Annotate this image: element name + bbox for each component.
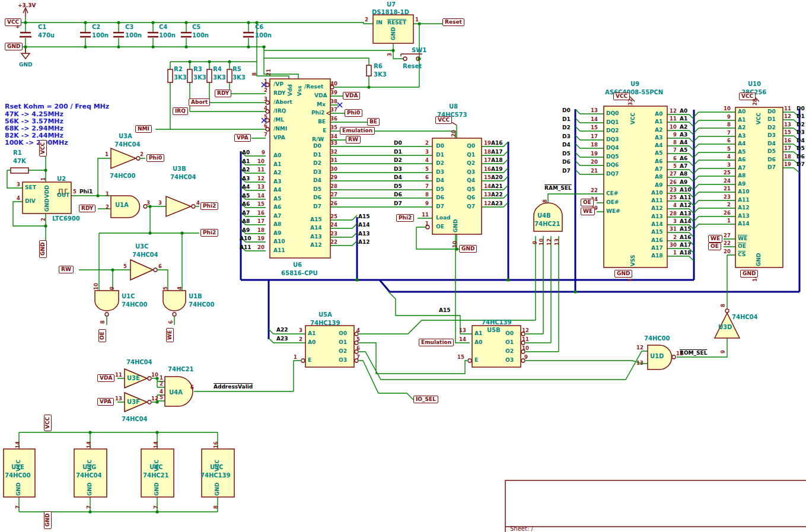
u10-rom-text: 13 [784,122,791,128]
power-units-text: GND [15,483,22,496]
u9-ram-net-flag: GND [614,270,632,278]
u6-cpu-text: 30 [330,166,337,173]
u9-ram-text: A16 [651,237,663,244]
rw-gates-text: U3C [135,243,148,250]
rom-sel-gates-text: 13 [636,360,643,367]
power-units-text: 16 [213,441,219,448]
u6-cpu-text: 19 [257,235,265,242]
u6-cpu-text: A11 [273,247,285,254]
u9-ram-text: A2 [680,124,687,130]
u6-cpu-text: A3 [273,179,281,185]
clock-generator-text: 4 [17,195,20,202]
u5b-decoder-text: O0 [505,330,514,337]
u6-cpu-text: A1 [273,161,281,168]
u9-ram-text: DQ0 [606,110,619,117]
u6-cpu-text: Vdd [287,84,294,96]
reset-circuit-text: IN [376,20,383,26]
u5a-decoder-text: O3 [339,357,347,364]
u10-rom-text: A2 [738,125,746,131]
u10-rom-text: D6 [767,157,776,163]
u10-rom-text: D7 [797,161,805,168]
u5a-decoder-text: E [308,357,311,364]
u10-rom-text: D2 [767,125,776,131]
u10-rom-text: A10 [738,189,750,195]
power-rails-text: + [15,24,20,30]
u8-latch-text: 16 [484,166,491,173]
u8-latch-text: 8 [425,192,429,198]
u5b-decoder-text: 74HC139 [482,319,512,326]
u9-ram-text: 5 [673,163,677,170]
u9-ram-text: DQ7 [606,171,619,177]
u6-cpu-text: 27 [330,192,337,198]
power-rails-text: C5 [192,24,200,30]
u6-cpu-text: A10 [240,235,251,242]
clock-generator-text: VDD [44,185,50,198]
u6-cpu-text: A0 [242,149,250,156]
u6-cpu-text: 25 [330,214,337,220]
u6-cpu-text: 65816-CPU [281,270,318,276]
u9-ram-text: WE# [606,208,620,215]
rw-gates-text: 9 [109,286,116,290]
u4b-ram-sel-text: RAM_SEL [544,185,572,192]
u6-cpu-text: /NMI [273,126,287,132]
u5a-decoder-text: 3 [299,327,302,334]
u9-ram-text: A15 [680,226,692,232]
u10-rom-text: GND [756,253,762,266]
u10-rom-text: 12 [784,113,791,120]
reset-circuit-text: GND [390,27,397,40]
u8-latch-net-flag: GND [459,245,477,253]
u8-latch-text: Q4 [467,177,475,184]
reset-circuit-net-flag: Reset [442,18,464,26]
u10-rom-text: D4 [767,141,776,147]
u6-cpu-text: R/W [312,136,324,143]
u6-cpu-text: /ML [273,117,284,123]
u10-rom-text: A4 [738,141,746,147]
u4b-ram-sel-text: 74HC21 [534,221,560,227]
power-units-text: 7 [86,505,93,509]
u5b-decoder-text: A1 [474,330,482,337]
freq-notes-text: 82K -> 2.44MHz [5,132,63,139]
u9-ram-text: 7 [673,147,677,154]
u5b-decoder-text: 11 [522,336,529,343]
rw-gates-text: 6 [158,263,162,270]
u8-latch-text: A22 [491,192,503,198]
u9-ram-text: D4 [562,142,571,148]
u6-cpu-text: A13 [358,231,370,237]
u8-latch-text: 7 [425,183,429,190]
u10-rom-net-flag: WE [708,235,722,243]
u8-latch-net-flag: VCC [435,116,452,124]
pullup-resistors-text: R3 [193,66,202,72]
reset-circuit-text: 3 [387,53,393,56]
power-units-net-flag: VCC [44,415,52,431]
clock-gates-net-flag: Phi2 [200,229,218,237]
u5a-decoder-text: U5A [318,311,332,318]
power-rails-text: GND [19,62,32,68]
clock-gates-net-flag: RDY [79,205,95,212]
u10-rom-text: 18 [784,154,791,160]
power-units-text: 14 [15,441,21,448]
u6-cpu-text: A14 [358,222,370,228]
u6-cpu-text: A9 [242,227,250,234]
u5a-decoder-text: A0 [308,339,316,346]
u6-cpu-text: A1 [242,158,250,165]
cpu-right-flags-text: D0 [394,140,402,146]
u8-latch-text: 9 [425,200,429,207]
address-valid-text: 74HC04 [126,359,152,365]
u8-latch-text: 12 [484,200,491,207]
u6-cpu-text: 5 [264,114,267,120]
clock-gates-text: 74HC04 [170,174,196,180]
u9-ram-text: A10 [651,190,663,196]
u10-rom-text: D4 [797,138,805,144]
u5b-decoder-text: 13 [459,327,466,334]
cpu-right-flags-net-flag: RW [346,136,361,144]
u5a-decoder-text: A1 [308,330,316,337]
clock-gates-text: 3 [146,200,150,206]
u6-cpu-text: 22 [330,239,337,246]
u10-rom-text: 10 [724,106,731,112]
u8-latch-text: A19 [491,166,503,173]
u6-cpu-text: 18 [257,227,265,234]
pullup-resistors-text: 3K3 [174,74,187,81]
power-units-text: GND [214,483,221,496]
u5b-decoder-net-flag: Emulation [419,339,454,346]
address-valid-text: 10 [151,372,158,378]
